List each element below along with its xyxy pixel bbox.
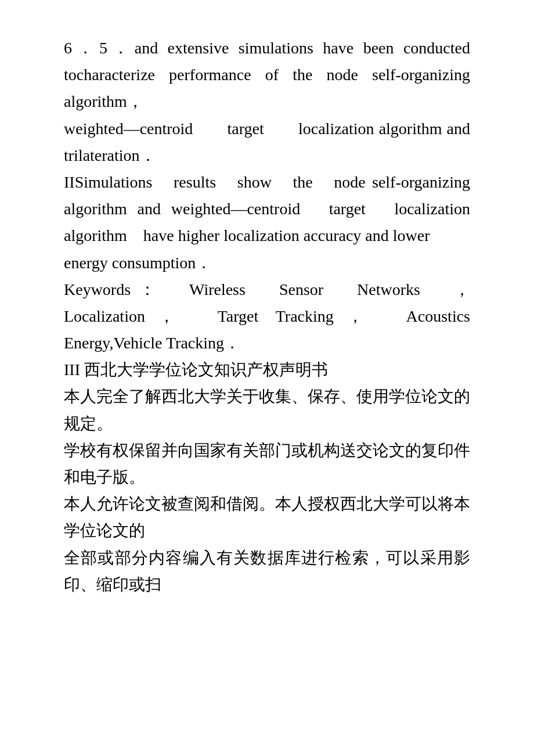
paragraph-5-keywords: Keywords： Wireless Sensor Networks ，Loca…	[64, 276, 470, 357]
paragraph-7: 本人完全了解西北大学关于收集、保存、使用学位论文的规定。	[64, 383, 470, 437]
paragraph-4: energy consumption．	[64, 250, 470, 276]
paragraph-3: IISimulations results show the node self…	[64, 169, 470, 250]
para2-text: weighted—centroid target localization al…	[64, 120, 470, 164]
keywords-text: Keywords： Wireless Sensor Networks ，Loca…	[64, 280, 470, 352]
para1-text: 6．5．and extensive simulations have been …	[64, 39, 470, 110]
paragraph-2: weighted—centroid target localization al…	[64, 116, 470, 169]
para4-text: energy consumption．	[64, 254, 212, 272]
para8-text: 学校有权保留并向国家有关部门或机构送交论文的复印件和电子版。	[64, 441, 470, 486]
paragraph-6-heading: III 西北大学学位论文知识产权声明书	[64, 357, 470, 383]
para9-text: 本人允许论文被查阅和借阅。本人授权西北大学可以将本学位论文的	[64, 495, 470, 539]
paragraph-1: 6．5．and extensive simulations have been …	[64, 35, 470, 116]
para10-text: 全部或部分内容编入有关数据库进行检索，可以采用影印、缩印或扫	[64, 549, 470, 593]
heading-text: III 西北大学学位论文知识产权声明书	[64, 361, 328, 379]
paragraph-9: 本人允许论文被查阅和借阅。本人授权西北大学可以将本学位论文的	[64, 491, 470, 544]
main-content: 6．5．and extensive simulations have been …	[64, 35, 470, 598]
para3-text: IISimulations results show the node self…	[64, 173, 486, 244]
paragraph-10: 全部或部分内容编入有关数据库进行检索，可以采用影印、缩印或扫	[64, 545, 470, 598]
para7-text: 本人完全了解西北大学关于收集、保存、使用学位论文的规定。	[64, 387, 470, 432]
paragraph-8: 学校有权保留并向国家有关部门或机构送交论文的复印件和电子版。	[64, 437, 470, 491]
